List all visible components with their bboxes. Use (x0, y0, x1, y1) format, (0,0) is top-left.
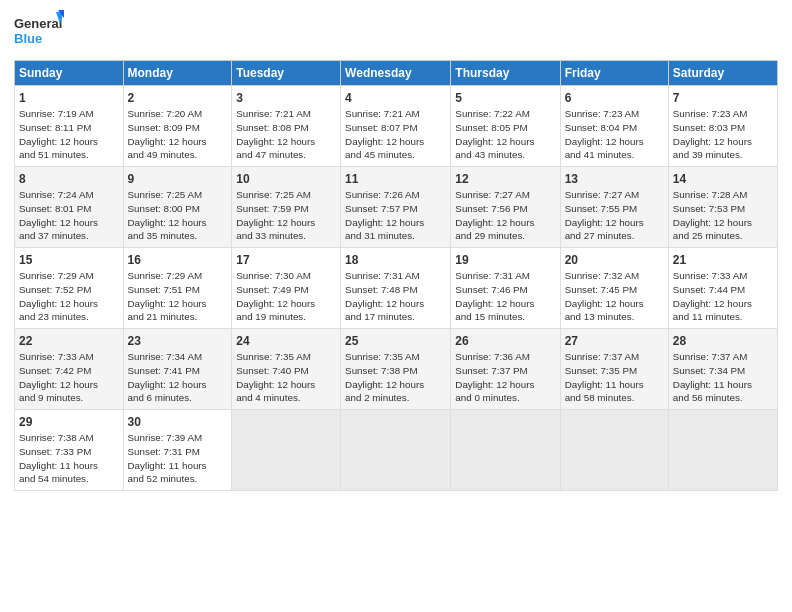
day-number: 9 (128, 171, 228, 187)
day-info: Sunrise: 7:32 AM Sunset: 7:45 PM Dayligh… (565, 269, 664, 324)
day-cell: 17Sunrise: 7:30 AM Sunset: 7:49 PM Dayli… (232, 248, 341, 329)
day-info: Sunrise: 7:24 AM Sunset: 8:01 PM Dayligh… (19, 188, 119, 243)
day-cell: 20Sunrise: 7:32 AM Sunset: 7:45 PM Dayli… (560, 248, 668, 329)
day-cell: 12Sunrise: 7:27 AM Sunset: 7:56 PM Dayli… (451, 167, 560, 248)
day-number: 19 (455, 252, 555, 268)
svg-text:General: General (14, 16, 62, 31)
day-info: Sunrise: 7:29 AM Sunset: 7:52 PM Dayligh… (19, 269, 119, 324)
day-info: Sunrise: 7:23 AM Sunset: 8:03 PM Dayligh… (673, 107, 773, 162)
day-info: Sunrise: 7:22 AM Sunset: 8:05 PM Dayligh… (455, 107, 555, 162)
day-info: Sunrise: 7:31 AM Sunset: 7:48 PM Dayligh… (345, 269, 446, 324)
day-cell: 14Sunrise: 7:28 AM Sunset: 7:53 PM Dayli… (668, 167, 777, 248)
week-row-5: 29Sunrise: 7:38 AM Sunset: 7:33 PM Dayli… (15, 410, 778, 491)
logo: General Blue (14, 10, 64, 52)
calendar: SundayMondayTuesdayWednesdayThursdayFrid… (14, 60, 778, 491)
day-number: 14 (673, 171, 773, 187)
day-info: Sunrise: 7:33 AM Sunset: 7:42 PM Dayligh… (19, 350, 119, 405)
day-cell: 6Sunrise: 7:23 AM Sunset: 8:04 PM Daylig… (560, 86, 668, 167)
day-info: Sunrise: 7:27 AM Sunset: 7:55 PM Dayligh… (565, 188, 664, 243)
day-number: 23 (128, 333, 228, 349)
day-cell: 27Sunrise: 7:37 AM Sunset: 7:35 PM Dayli… (560, 329, 668, 410)
day-info: Sunrise: 7:35 AM Sunset: 7:40 PM Dayligh… (236, 350, 336, 405)
header: General Blue (14, 10, 778, 52)
day-cell (560, 410, 668, 491)
day-cell: 3Sunrise: 7:21 AM Sunset: 8:08 PM Daylig… (232, 86, 341, 167)
day-info: Sunrise: 7:27 AM Sunset: 7:56 PM Dayligh… (455, 188, 555, 243)
day-cell: 2Sunrise: 7:20 AM Sunset: 8:09 PM Daylig… (123, 86, 232, 167)
day-number: 18 (345, 252, 446, 268)
day-cell: 9Sunrise: 7:25 AM Sunset: 8:00 PM Daylig… (123, 167, 232, 248)
day-number: 28 (673, 333, 773, 349)
day-cell: 26Sunrise: 7:36 AM Sunset: 7:37 PM Dayli… (451, 329, 560, 410)
week-row-3: 15Sunrise: 7:29 AM Sunset: 7:52 PM Dayli… (15, 248, 778, 329)
day-cell: 18Sunrise: 7:31 AM Sunset: 7:48 PM Dayli… (341, 248, 451, 329)
weekday-header-tuesday: Tuesday (232, 61, 341, 86)
day-cell: 22Sunrise: 7:33 AM Sunset: 7:42 PM Dayli… (15, 329, 124, 410)
day-number: 30 (128, 414, 228, 430)
day-number: 5 (455, 90, 555, 106)
day-number: 2 (128, 90, 228, 106)
day-number: 8 (19, 171, 119, 187)
logo-svg: General Blue (14, 10, 64, 52)
day-info: Sunrise: 7:31 AM Sunset: 7:46 PM Dayligh… (455, 269, 555, 324)
weekday-header-saturday: Saturday (668, 61, 777, 86)
day-info: Sunrise: 7:30 AM Sunset: 7:49 PM Dayligh… (236, 269, 336, 324)
day-cell: 13Sunrise: 7:27 AM Sunset: 7:55 PM Dayli… (560, 167, 668, 248)
day-number: 11 (345, 171, 446, 187)
weekday-header-sunday: Sunday (15, 61, 124, 86)
day-info: Sunrise: 7:26 AM Sunset: 7:57 PM Dayligh… (345, 188, 446, 243)
weekday-header-monday: Monday (123, 61, 232, 86)
day-cell: 29Sunrise: 7:38 AM Sunset: 7:33 PM Dayli… (15, 410, 124, 491)
day-number: 22 (19, 333, 119, 349)
day-cell (668, 410, 777, 491)
day-number: 20 (565, 252, 664, 268)
day-cell: 5Sunrise: 7:22 AM Sunset: 8:05 PM Daylig… (451, 86, 560, 167)
day-cell: 4Sunrise: 7:21 AM Sunset: 8:07 PM Daylig… (341, 86, 451, 167)
day-info: Sunrise: 7:23 AM Sunset: 8:04 PM Dayligh… (565, 107, 664, 162)
day-info: Sunrise: 7:25 AM Sunset: 7:59 PM Dayligh… (236, 188, 336, 243)
day-info: Sunrise: 7:34 AM Sunset: 7:41 PM Dayligh… (128, 350, 228, 405)
day-cell: 30Sunrise: 7:39 AM Sunset: 7:31 PM Dayli… (123, 410, 232, 491)
day-cell (232, 410, 341, 491)
day-info: Sunrise: 7:38 AM Sunset: 7:33 PM Dayligh… (19, 431, 119, 486)
day-info: Sunrise: 7:33 AM Sunset: 7:44 PM Dayligh… (673, 269, 773, 324)
day-cell: 10Sunrise: 7:25 AM Sunset: 7:59 PM Dayli… (232, 167, 341, 248)
day-number: 10 (236, 171, 336, 187)
day-cell (341, 410, 451, 491)
day-info: Sunrise: 7:36 AM Sunset: 7:37 PM Dayligh… (455, 350, 555, 405)
day-number: 26 (455, 333, 555, 349)
day-number: 4 (345, 90, 446, 106)
day-cell: 21Sunrise: 7:33 AM Sunset: 7:44 PM Dayli… (668, 248, 777, 329)
week-row-4: 22Sunrise: 7:33 AM Sunset: 7:42 PM Dayli… (15, 329, 778, 410)
day-info: Sunrise: 7:19 AM Sunset: 8:11 PM Dayligh… (19, 107, 119, 162)
day-number: 25 (345, 333, 446, 349)
day-cell (451, 410, 560, 491)
day-info: Sunrise: 7:37 AM Sunset: 7:35 PM Dayligh… (565, 350, 664, 405)
day-cell: 15Sunrise: 7:29 AM Sunset: 7:52 PM Dayli… (15, 248, 124, 329)
day-cell: 8Sunrise: 7:24 AM Sunset: 8:01 PM Daylig… (15, 167, 124, 248)
day-info: Sunrise: 7:21 AM Sunset: 8:08 PM Dayligh… (236, 107, 336, 162)
day-number: 29 (19, 414, 119, 430)
day-info: Sunrise: 7:21 AM Sunset: 8:07 PM Dayligh… (345, 107, 446, 162)
day-cell: 19Sunrise: 7:31 AM Sunset: 7:46 PM Dayli… (451, 248, 560, 329)
day-number: 7 (673, 90, 773, 106)
weekday-header-thursday: Thursday (451, 61, 560, 86)
day-number: 17 (236, 252, 336, 268)
day-number: 16 (128, 252, 228, 268)
weekday-header-row: SundayMondayTuesdayWednesdayThursdayFrid… (15, 61, 778, 86)
day-info: Sunrise: 7:28 AM Sunset: 7:53 PM Dayligh… (673, 188, 773, 243)
week-row-2: 8Sunrise: 7:24 AM Sunset: 8:01 PM Daylig… (15, 167, 778, 248)
weekday-header-wednesday: Wednesday (341, 61, 451, 86)
day-number: 3 (236, 90, 336, 106)
day-number: 1 (19, 90, 119, 106)
day-info: Sunrise: 7:37 AM Sunset: 7:34 PM Dayligh… (673, 350, 773, 405)
day-cell: 23Sunrise: 7:34 AM Sunset: 7:41 PM Dayli… (123, 329, 232, 410)
day-info: Sunrise: 7:25 AM Sunset: 8:00 PM Dayligh… (128, 188, 228, 243)
day-number: 21 (673, 252, 773, 268)
day-number: 12 (455, 171, 555, 187)
day-cell: 24Sunrise: 7:35 AM Sunset: 7:40 PM Dayli… (232, 329, 341, 410)
day-cell: 7Sunrise: 7:23 AM Sunset: 8:03 PM Daylig… (668, 86, 777, 167)
day-info: Sunrise: 7:20 AM Sunset: 8:09 PM Dayligh… (128, 107, 228, 162)
day-number: 6 (565, 90, 664, 106)
day-number: 13 (565, 171, 664, 187)
